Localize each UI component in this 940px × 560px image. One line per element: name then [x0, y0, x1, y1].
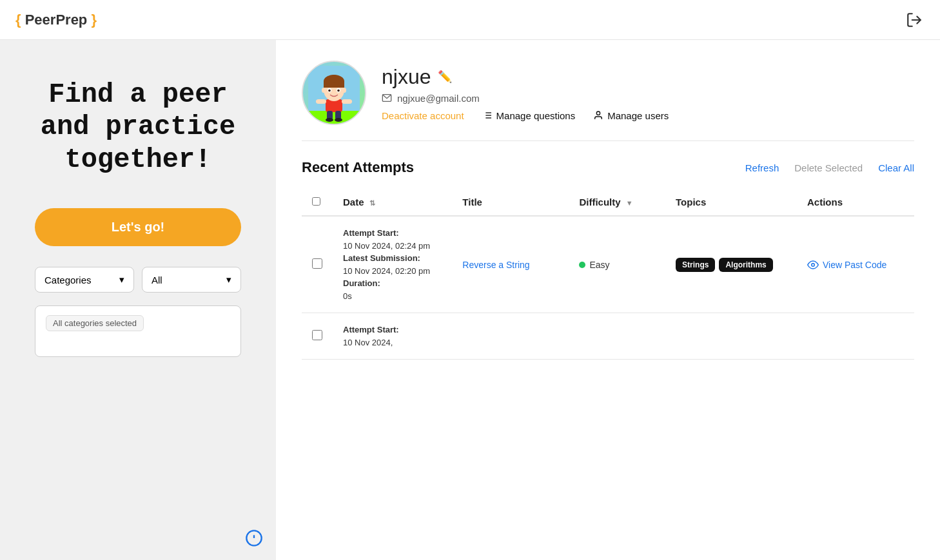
categories-box: All categories selected [35, 305, 241, 357]
attempts-table: Date ⇅ Title Difficulty ▼ Topics Actions [302, 189, 914, 360]
info-icon[interactable] [245, 529, 263, 547]
svg-point-20 [342, 88, 346, 93]
main-layout: Find a peerand practicetogether! Let's g… [0, 40, 940, 560]
logo: { PeerPrep } [15, 12, 97, 28]
th-topics: Topics [665, 189, 797, 216]
svg-point-9 [326, 118, 333, 122]
svg-point-10 [335, 118, 342, 122]
profile-section: njxue ✏️ ngjxue@gmail.com Deactivate acc… [302, 40, 914, 141]
svg-point-30 [597, 111, 600, 115]
th-date: Date ⇅ [333, 189, 452, 216]
clear-all-button[interactable]: Clear All [878, 162, 914, 173]
filter-row: Categories ▾ All ▾ [35, 267, 241, 293]
profile-info: njxue ✏️ ngjxue@gmail.com Deactivate acc… [382, 65, 914, 121]
categories-select[interactable]: Categories [44, 275, 119, 285]
email-icon [382, 93, 392, 103]
attempt-date-block: Attempt Start:10 Nov 2024, [343, 323, 442, 349]
difficulty-label: Easy [589, 260, 609, 270]
manage-users-label: Manage users [607, 110, 669, 121]
delete-selected-button[interactable]: Delete Selected [794, 162, 863, 173]
th-difficulty: Difficulty ▼ [569, 189, 665, 216]
list-icon [482, 110, 493, 121]
top-nav: { PeerPrep } [0, 0, 940, 40]
table-row: Attempt Start:10 Nov 2024, 02:24 pmLates… [302, 216, 914, 313]
table-header-row: Date ⇅ Title Difficulty ▼ Topics Actions [302, 189, 914, 216]
row-checkbox-1[interactable] [312, 330, 322, 340]
section-header: Recent Attempts Refresh Delete Selected … [302, 159, 914, 176]
logout-button[interactable] [904, 10, 925, 30]
filter-difficulty-icon[interactable]: ▼ [626, 199, 633, 207]
question-link[interactable]: Reverse a String [462, 260, 529, 270]
svg-point-19 [322, 88, 326, 93]
topic-badge: Strings [676, 258, 715, 272]
svg-point-14 [329, 75, 339, 82]
logo-brace-close: } [87, 12, 97, 28]
categories-tag: All categories selected [46, 315, 144, 331]
attempt-date-block: Attempt Start:10 Nov 2024, 02:24 pmLates… [343, 227, 442, 302]
manage-users-link[interactable]: Manage users [593, 110, 669, 121]
svg-rect-21 [316, 99, 326, 104]
view-past-code-link[interactable]: View Past Code [807, 259, 904, 271]
profile-name-row: njxue ✏️ [382, 65, 914, 89]
eye-icon [807, 259, 819, 271]
svg-rect-5 [308, 111, 360, 124]
chevron-down-icon: ▾ [119, 274, 124, 285]
manage-questions-link[interactable]: Manage questions [482, 110, 576, 121]
hero-title: Find a peerand practicetogether! [41, 79, 235, 176]
refresh-button[interactable]: Refresh [745, 162, 779, 173]
lets-go-button[interactable]: Let's go! [35, 208, 241, 246]
left-panel: Find a peerand practicetogether! Let's g… [0, 40, 276, 560]
right-panel: njxue ✏️ ngjxue@gmail.com Deactivate acc… [276, 40, 940, 560]
difficulty-dot [579, 262, 585, 268]
chevron-down-icon-2: ▾ [226, 274, 231, 285]
avatar [302, 61, 366, 125]
header-actions: Refresh Delete Selected Clear All [745, 162, 914, 173]
all-select[interactable]: All [152, 275, 226, 285]
sort-date-icon[interactable]: ⇅ [369, 199, 375, 208]
categories-dropdown[interactable]: Categories ▾ [35, 267, 134, 293]
th-select-all [302, 189, 333, 216]
svg-point-31 [812, 263, 815, 266]
logo-name: PeerPrep [25, 12, 88, 28]
svg-rect-22 [342, 99, 352, 104]
th-title: Title [452, 189, 569, 216]
edit-icon[interactable]: ✏️ [438, 70, 452, 84]
row-checkbox-0[interactable] [312, 258, 322, 269]
manage-questions-label: Manage questions [496, 110, 576, 121]
profile-email-text: ngjxue@gmail.com [397, 93, 480, 104]
user-icon [593, 110, 603, 121]
profile-username: njxue [382, 65, 431, 89]
logo-brace-open: { [15, 12, 25, 28]
avatar-image [308, 66, 360, 124]
table-row: Attempt Start:10 Nov 2024, [302, 313, 914, 360]
svg-point-17 [328, 90, 331, 92]
all-dropdown[interactable]: All ▾ [142, 267, 241, 293]
profile-email-row: ngjxue@gmail.com [382, 93, 914, 104]
difficulty-badge: Easy [579, 260, 655, 270]
select-all-checkbox[interactable] [312, 197, 320, 206]
profile-actions: Deactivate account Manage questions [382, 110, 914, 121]
section-title: Recent Attempts [302, 159, 414, 176]
topic-badge: Algorithms [719, 258, 772, 272]
deactivate-link[interactable]: Deactivate account [382, 110, 464, 121]
svg-point-18 [337, 90, 340, 92]
th-actions: Actions [797, 189, 914, 216]
